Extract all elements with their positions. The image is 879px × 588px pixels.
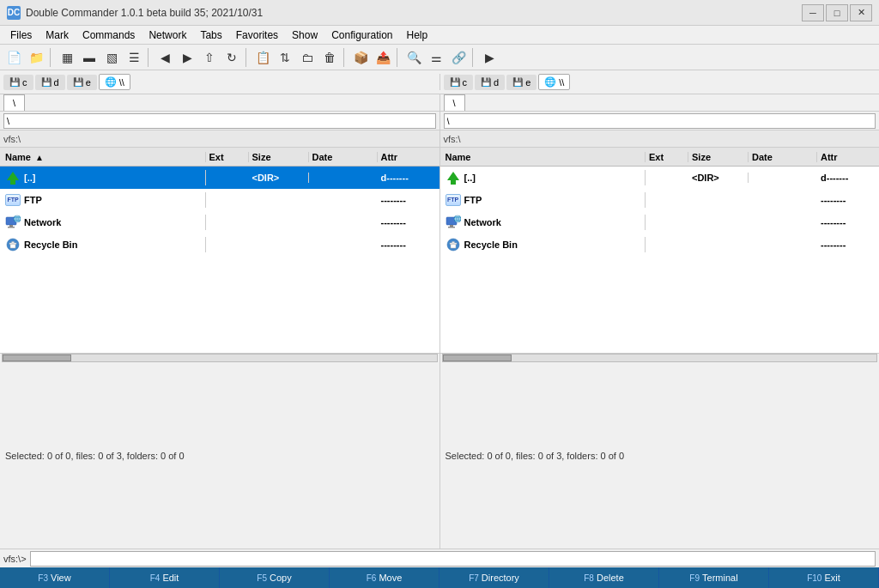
menu-show[interactable]: Show (285, 27, 324, 43)
right-drive-net-label: \\ (559, 77, 564, 88)
toolbar-new-tab[interactable]: 📄 (3, 47, 24, 68)
left-recycle-icon (5, 237, 21, 252)
left-status: Selected: 0 of 0, files: 0 of 3, folders… (0, 363, 440, 549)
fkey-edit[interactable]: F4 Edit (110, 567, 220, 588)
menu-configuration[interactable]: Configuration (324, 27, 399, 43)
right-col-name[interactable]: Name (442, 152, 646, 162)
right-drive-network[interactable]: 🌐 \\ (538, 74, 570, 90)
toolbar-details[interactable]: ☰ (124, 47, 144, 68)
main-area: \ vfs:\ Name ▲ Ext Size Date At (0, 94, 879, 549)
toolbar-copy-files[interactable]: 📋 (252, 47, 273, 68)
right-col-size[interactable]: Size (688, 152, 749, 162)
left-drive-net-icon: 🌐 (105, 76, 117, 88)
toolbar-unpack[interactable]: 📤 (373, 47, 393, 68)
toolbar-up[interactable]: ⇧ (199, 47, 220, 68)
svg-rect-4 (8, 227, 15, 228)
right-row-3[interactable]: Recycle Bin -------- (440, 233, 880, 256)
right-recycle-icon (446, 237, 461, 252)
right-drive-e[interactable]: 💾 e (506, 75, 536, 90)
left-col-attr[interactable]: Attr (378, 152, 438, 162)
toolbar-list[interactable]: ▬ (79, 47, 100, 68)
left-drive-net-label: \\ (119, 77, 124, 88)
left-row-1-name: FTP FTP (2, 192, 206, 208)
fkey-move[interactable]: F6 Move (330, 567, 440, 588)
menu-help[interactable]: Help (400, 27, 435, 43)
right-network-icon (446, 215, 461, 230)
left-row-0[interactable]: [..] <DIR> d------- (0, 167, 440, 189)
close-button[interactable]: ✕ (850, 4, 872, 21)
right-status-text: Selected: 0 of 0, files: 0 of 3, folders… (446, 451, 625, 461)
right-drive-d[interactable]: 💾 d (475, 75, 505, 90)
right-row-2[interactable]: Network -------- (440, 211, 880, 233)
menu-mark[interactable]: Mark (39, 27, 76, 43)
toolbar-move[interactable]: ⇅ (275, 47, 295, 68)
right-hscroll-thumb[interactable] (443, 355, 512, 361)
fkey-copy[interactable]: F5 Copy (220, 567, 330, 588)
toolbar-compare[interactable]: ⚌ (426, 47, 446, 68)
right-row-1[interactable]: FTP FTP -------- (440, 189, 880, 211)
toolbar-sep-6 (472, 48, 476, 67)
right-col-date[interactable]: Date (749, 152, 817, 162)
left-col-name[interactable]: Name ▲ (2, 152, 206, 162)
left-addr-input[interactable] (3, 113, 436, 129)
right-drive-c-icon: 💾 (450, 77, 460, 87)
fkey-delete[interactable]: F8 Delete (549, 567, 659, 588)
right-hscroll[interactable] (440, 353, 880, 363)
toolbar-open[interactable]: 📁 (26, 47, 46, 68)
left-addr-bar (0, 112, 440, 130)
right-tab-root[interactable]: \ (444, 94, 465, 111)
right-drive-c[interactable]: 💾 c (444, 75, 474, 90)
toolbar-refresh[interactable]: ↻ (221, 47, 242, 68)
toolbar-new-folder[interactable]: 🗀 (297, 47, 318, 68)
minimize-button[interactable]: ─ (802, 4, 824, 21)
left-col-ext[interactable]: Ext (206, 152, 249, 162)
left-hscroll-thumb[interactable] (3, 355, 71, 361)
left-drive-network[interactable]: 🌐 \\ (99, 74, 130, 90)
left-row-2[interactable]: Network -------- (0, 211, 440, 233)
toolbar-terminal[interactable]: ▶ (479, 47, 500, 68)
toolbar-delete[interactable]: 🗑 (319, 47, 340, 68)
menu-network[interactable]: Network (142, 27, 193, 43)
fkey-directory[interactable]: F7 Directory (440, 567, 549, 588)
right-col-ext[interactable]: Ext (646, 152, 688, 162)
toolbar-pack[interactable]: 📦 (350, 47, 371, 68)
toolbar-thumb[interactable]: ▧ (101, 47, 122, 68)
right-addr-input[interactable] (444, 113, 876, 129)
left-row-3[interactable]: Recycle Bin -------- (0, 233, 440, 256)
toolbar-forward[interactable]: ▶ (177, 47, 197, 68)
left-row-1[interactable]: FTP FTP -------- (0, 189, 440, 211)
right-tab-row: \ (440, 94, 880, 112)
toolbar-back[interactable]: ◀ (155, 47, 175, 68)
menu-files[interactable]: Files (3, 27, 39, 43)
toolbar-grid[interactable]: ▦ (57, 47, 77, 68)
left-col-size[interactable]: Size (249, 152, 309, 162)
right-row-0[interactable]: [..] <DIR> d------- (440, 167, 880, 189)
left-file-list[interactable]: [..] <DIR> d------- FTP FTP -------- (0, 167, 440, 353)
left-drive-d[interactable]: 💾 d (35, 75, 65, 90)
left-col-date[interactable]: Date (309, 152, 378, 162)
cmd-input[interactable] (30, 551, 876, 567)
left-hscroll-track[interactable] (2, 354, 438, 362)
left-drive-e[interactable]: 💾 e (67, 75, 97, 90)
right-drive-net-icon: 🌐 (544, 76, 556, 88)
app-icon: DC (7, 6, 21, 20)
toolbar-symlink[interactable]: 🔗 (448, 47, 469, 68)
right-hscroll-track[interactable] (442, 354, 878, 362)
left-sort-arrow: ▲ (35, 153, 44, 162)
restore-button[interactable]: □ (826, 4, 848, 21)
menu-tabs[interactable]: Tabs (193, 27, 228, 43)
right-file-list[interactable]: [..] <DIR> d------- FTP FTP -------- (440, 167, 880, 353)
left-tab-root[interactable]: \ (3, 94, 25, 111)
right-col-attr[interactable]: Attr (817, 152, 877, 162)
left-drive-c[interactable]: 💾 c (3, 75, 33, 90)
fkey-terminal[interactable]: F9 Terminal (659, 567, 769, 588)
fkey-exit[interactable]: F10 Exit (769, 567, 879, 588)
left-row-1-attr: -------- (378, 195, 438, 205)
left-row-2-attr: -------- (378, 217, 438, 227)
menu-favorites[interactable]: Favorites (229, 27, 285, 43)
left-path-label: vfs:\ (3, 134, 21, 144)
left-hscroll[interactable] (0, 353, 440, 363)
toolbar-search[interactable]: 🔍 (403, 47, 424, 68)
fkey-view[interactable]: F3 View (0, 567, 110, 588)
menu-commands[interactable]: Commands (76, 27, 142, 43)
